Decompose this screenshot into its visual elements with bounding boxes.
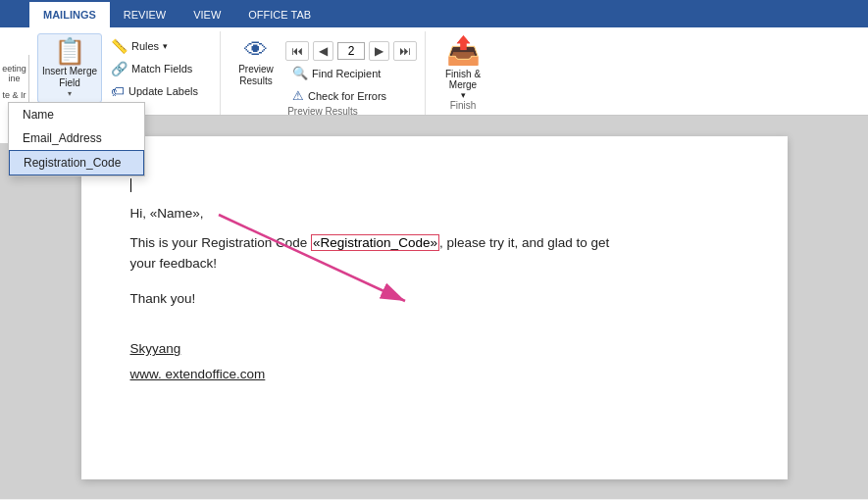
tab-office-tab[interactable]: OFFICE TAB xyxy=(234,2,325,27)
nav-last-button[interactable]: ⏭ xyxy=(393,41,417,61)
dropdown-item-reg-code[interactable]: Registration_Code xyxy=(9,150,144,175)
update-labels-label: Update Labels xyxy=(128,85,198,97)
dropdown-item-name[interactable]: Name xyxy=(9,103,144,126)
nav-row: ⏮ ◀ ▶ ⏭ xyxy=(285,41,417,61)
doc-line4: Thank you! xyxy=(130,288,739,310)
preview-results-group: 👁 Preview Results ⏮ ◀ ▶ ⏭ 🔍 Find Recipie… xyxy=(221,31,426,115)
check-errors-icon: ⚠ xyxy=(292,88,304,103)
insert-merge-icon: 📋 xyxy=(54,38,85,64)
doc-greeting: Hi, «Name», xyxy=(130,206,204,221)
preview-results-group-label: Preview Results xyxy=(287,106,358,119)
doc-line2-suffix: , please try it, and glad to get xyxy=(439,235,609,250)
nav-first-button[interactable]: ⏮ xyxy=(285,41,309,61)
rules-group: 📏 Rules ▾ 🔗 Match Fields 🏷 Update Labels xyxy=(104,33,212,102)
doc-line3: your feedback! xyxy=(130,253,739,275)
check-errors-label: Check for Errors xyxy=(308,90,386,102)
ribbon-tab-bar: MAILINGS REVIEW VIEW OFFICE TAB xyxy=(0,0,868,27)
find-recipient-button[interactable]: 🔍 Find Recipient xyxy=(285,63,417,83)
finish-merge-arrow: ▾ xyxy=(461,90,466,100)
dropdown-item-email[interactable]: Email_Address xyxy=(9,126,144,150)
insert-merge-dropdown: Name Email_Address Registration_Code xyxy=(8,102,145,176)
doc-line1: Hi, «Name», xyxy=(130,203,739,225)
match-fields-icon: 🔗 xyxy=(111,61,128,76)
finish-merge-button[interactable]: 📤 Finish & Merge ▾ xyxy=(434,33,492,100)
finish-group: 📤 Finish & Merge ▾ Finish xyxy=(426,31,500,115)
cursor xyxy=(130,178,131,192)
merge-field-reg-code: «Registration_Code» xyxy=(311,234,439,251)
finish-merge-label: Finish & Merge xyxy=(445,69,481,90)
doc-website: www. extendoffice.com xyxy=(130,364,739,385)
find-recipient-label: Find Recipient xyxy=(312,68,381,79)
match-fields-button[interactable]: 🔗 Match Fields xyxy=(104,58,212,79)
website-text: www. extendoffice.com xyxy=(130,367,266,381)
match-fields-label: Match Fields xyxy=(131,63,192,75)
rules-button[interactable]: 📏 Rules ▾ xyxy=(104,35,212,57)
insert-merge-label: Insert Merge Field xyxy=(42,66,97,89)
write-insert-items: 📋 Insert Merge Field ▾ 📏 Rules ▾ 🔗 Match… xyxy=(37,33,212,111)
update-labels-button[interactable]: 🏷 Update Labels xyxy=(104,80,212,102)
preview-icon: 👁 xyxy=(244,38,268,62)
ribbon-content: eetingine te & Ir 📋 Insert Merge Field ▾… xyxy=(0,27,868,116)
write-insert-group: 📋 Insert Merge Field ▾ 📏 Rules ▾ 🔗 Match… xyxy=(0,31,221,115)
doc-signature: Skyyang xyxy=(130,338,739,360)
insert-merge-field-button[interactable]: 📋 Insert Merge Field ▾ xyxy=(37,33,102,103)
cursor-line xyxy=(130,175,739,195)
ribbon: MAILINGS REVIEW VIEW OFFICE TAB eetingin… xyxy=(0,0,868,117)
check-errors-button[interactable]: ⚠ Check for Errors xyxy=(285,85,417,106)
doc-line2-prefix: This is your Registration Code xyxy=(130,235,312,250)
tab-review[interactable]: REVIEW xyxy=(110,2,179,27)
rules-icon: 📏 xyxy=(111,38,128,54)
document-page: Hi, «Name», This is your Registration Co… xyxy=(81,136,788,479)
preview-results-label: Preview Results xyxy=(238,64,274,87)
rules-arrow: ▾ xyxy=(163,41,168,51)
update-labels-icon: 🏷 xyxy=(111,83,125,99)
tab-mailings[interactable]: MAILINGS xyxy=(29,2,110,27)
find-recipient-icon: 🔍 xyxy=(292,66,308,80)
signature-text: Skyyang xyxy=(130,341,181,356)
insert-merge-dropdown-arrow[interactable]: ▾ xyxy=(68,89,72,98)
preview-results-button[interactable]: 👁 Preview Results xyxy=(229,33,283,92)
finish-merge-icon: 📤 xyxy=(446,34,481,67)
nav-prev-button[interactable]: ◀ xyxy=(313,41,333,61)
nav-page-input[interactable] xyxy=(337,42,365,60)
rules-label: Rules xyxy=(131,40,159,52)
finish-group-label: Finish xyxy=(450,100,477,113)
preview-items: 👁 Preview Results ⏮ ◀ ▶ ⏭ 🔍 Find Recipie… xyxy=(229,33,417,106)
tab-view[interactable]: VIEW xyxy=(179,2,234,27)
nav-section: ⏮ ◀ ▶ ⏭ 🔍 Find Recipient ⚠ Check for Err… xyxy=(285,33,417,106)
doc-line2: This is your Registration Code «Registra… xyxy=(130,232,739,254)
nav-next-button[interactable]: ▶ xyxy=(369,41,389,61)
